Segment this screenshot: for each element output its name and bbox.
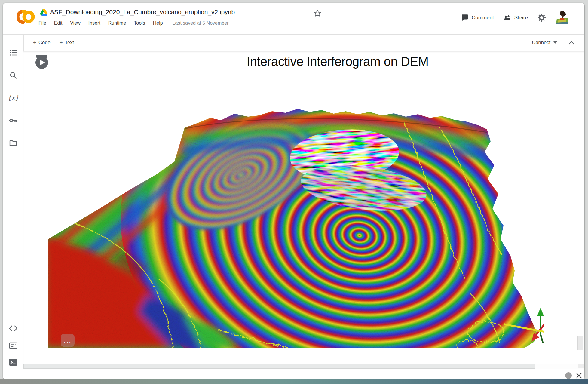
- drive-icon: [40, 9, 48, 17]
- comment-button[interactable]: Comment: [461, 14, 494, 22]
- horizontal-scrollbar-track[interactable]: [23, 364, 584, 369]
- comment-icon: [461, 14, 469, 22]
- toolbar-divider: [562, 38, 562, 47]
- share-label: Share: [514, 15, 528, 21]
- desktop-edge-gradient: [0, 379, 588, 384]
- plus-icon: +: [60, 39, 63, 46]
- status-dot-indicator: [565, 372, 572, 379]
- menu-view[interactable]: View: [70, 20, 80, 26]
- menu-file[interactable]: File: [38, 20, 46, 26]
- menu-bar: File Edit View Insert Runtime Tools Help…: [38, 19, 228, 28]
- left-sidebar: {x}: [3, 35, 24, 369]
- connect-button[interactable]: Connect: [532, 40, 557, 45]
- add-text-label: Text: [65, 40, 74, 45]
- notebook-toolbar: + Code + Text Connect: [23, 35, 584, 51]
- table-of-contents-icon[interactable]: [3, 45, 23, 60]
- share-button[interactable]: Share: [503, 14, 528, 21]
- scrollbar-corner: [578, 364, 584, 368]
- more-options-button[interactable]: ...: [61, 334, 75, 347]
- horizontal-scrollbar-thumb[interactable]: [23, 364, 535, 369]
- settings-gear-icon[interactable]: [537, 13, 547, 23]
- last-saved-link[interactable]: Last saved at 5 November: [173, 20, 229, 26]
- comment-label: Comment: [472, 15, 494, 21]
- share-people-icon: [503, 14, 511, 21]
- command-palette-icon[interactable]: [3, 338, 23, 353]
- search-icon[interactable]: [3, 68, 23, 83]
- notebook-scroll-area[interactable]: Interactive Interferogram on DEM: [23, 51, 584, 364]
- terrain-surface: [48, 84, 544, 349]
- colab-window: ASF_Downloading_2020_La_Cumbre_volcano_e…: [3, 3, 584, 379]
- user-avatar[interactable]: [556, 11, 569, 25]
- plus-icon: +: [33, 39, 36, 46]
- chevron-down-icon: [553, 41, 557, 44]
- header-actions: Comment Share: [461, 11, 569, 25]
- bottom-status-bar: [3, 369, 584, 379]
- vertical-scrollbar-thumb[interactable]: [577, 336, 583, 350]
- interferogram-3d-view[interactable]: [48, 84, 544, 349]
- variables-icon[interactable]: {x}: [3, 91, 23, 105]
- close-icon[interactable]: [575, 372, 583, 379]
- connect-label: Connect: [532, 40, 550, 45]
- star-icon[interactable]: [313, 9, 322, 17]
- add-code-button[interactable]: + Code: [33, 39, 51, 46]
- files-folder-icon[interactable]: [3, 136, 23, 150]
- menu-edit[interactable]: Edit: [54, 20, 63, 26]
- colab-logo[interactable]: [17, 9, 35, 25]
- run-cell-button[interactable]: [35, 56, 48, 69]
- code-snippets-icon[interactable]: [3, 321, 23, 336]
- play-icon: [35, 56, 48, 69]
- add-text-button[interactable]: + Text: [60, 39, 74, 46]
- collapse-header-chevron-icon[interactable]: [567, 38, 576, 47]
- menu-help[interactable]: Help: [153, 20, 163, 26]
- terminal-icon[interactable]: [3, 355, 23, 370]
- output-title: Interactive Interferogram on DEM: [201, 54, 474, 69]
- header: ASF_Downloading_2020_La_Cumbre_volcano_e…: [3, 3, 584, 35]
- add-code-label: Code: [38, 40, 50, 45]
- menu-tools[interactable]: Tools: [134, 20, 145, 26]
- notebook-title[interactable]: ASF_Downloading_2020_La_Cumbre_volcano_e…: [50, 8, 235, 16]
- volcano-avatar-image: [556, 11, 569, 25]
- menu-runtime[interactable]: Runtime: [108, 20, 126, 26]
- menu-insert[interactable]: Insert: [88, 20, 100, 26]
- secrets-key-icon[interactable]: [3, 113, 23, 128]
